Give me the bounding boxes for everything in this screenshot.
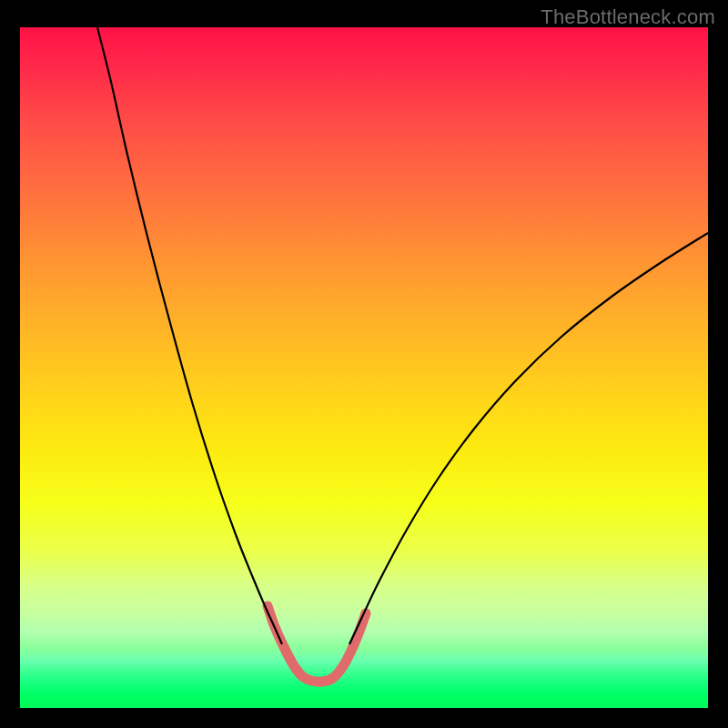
watermark-text: TheBottleneck.com: [541, 5, 715, 29]
chart-frame: TheBottleneck.com: [0, 0, 728, 728]
curve-overlay: [20, 27, 708, 708]
left-curve: [97, 27, 282, 644]
right-curve: [349, 233, 708, 644]
plot-area: [20, 27, 708, 708]
